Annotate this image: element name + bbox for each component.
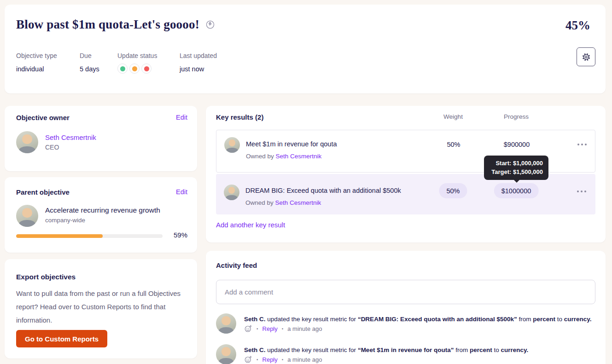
progress-tooltip: Start: $1,000,000 Target: $1,500,000	[484, 156, 548, 180]
key-result-progress[interactable]: $900000	[504, 141, 530, 148]
owned-by-prefix: Owned by	[245, 199, 274, 206]
activity-actions: • Reply • a minute ago	[244, 324, 322, 333]
tooltip-start: Start: $1,000,000	[489, 159, 543, 168]
bullet-separator: •	[282, 326, 284, 331]
owner-row: Seth Cesmertnik CEO	[16, 131, 96, 153]
tooltip-target: Target: $1,500,000	[489, 168, 543, 176]
parent-objective-name[interactable]: Accelerate recurring revenue growth	[45, 206, 160, 214]
meta-value: just now	[180, 65, 217, 73]
smiley-plus-icon	[244, 355, 252, 364]
edit-owner-link[interactable]: Edit	[176, 114, 187, 121]
actor-name: Seth C.	[244, 316, 266, 323]
activity-actions: • Reply • a minute ago	[244, 355, 322, 364]
parent-objective-row: Accelerate recurring revenue growth comp…	[16, 205, 160, 227]
bullet-separator: •	[256, 357, 258, 362]
key-results-title: Key results (2)	[216, 113, 263, 121]
activity-verb: updated the key result metric for	[266, 347, 358, 353]
meta-update-status: Update status	[117, 52, 180, 74]
owner-name-link[interactable]: Seth Cesmertnik	[45, 133, 96, 141]
meta-due: Due 5 days	[80, 52, 117, 74]
activity-to-value: currency.	[564, 316, 592, 323]
parent-objective-info: Accelerate recurring revenue growth comp…	[45, 205, 160, 227]
key-result-owned-by: Owned by Seth Cesmertnik	[246, 153, 321, 160]
objective-progress-percent: 45%	[565, 18, 590, 33]
settings-button[interactable]	[577, 47, 595, 66]
key-result-progress-pill[interactable]: $1000000	[494, 183, 539, 198]
comment-input[interactable]	[216, 280, 595, 304]
go-to-custom-reports-button[interactable]: Go to Custom Reports	[16, 330, 107, 347]
activity-from-value: percent	[533, 316, 555, 323]
owner-card-title: Objective owner	[16, 114, 70, 121]
export-objectives-card: Export objectives Want to pull data from…	[5, 259, 197, 358]
owned-by-prefix: Owned by	[246, 153, 274, 160]
row-menu-button[interactable]	[577, 144, 587, 145]
activity-feed-title: Activity feed	[216, 261, 257, 269]
progress-column-header: Progress	[504, 113, 529, 120]
activity-feed-card: Activity feed Seth C. updated the key re…	[206, 251, 606, 364]
activity-from-value: percent	[470, 347, 492, 353]
meta-value: individual	[16, 65, 80, 73]
avatar	[16, 205, 38, 227]
activity-text: Seth C. updated the key result metric fo…	[244, 315, 594, 323]
activity-to-value: currency.	[501, 347, 528, 353]
page-title: Blow past $1m quota-Let's goooo!	[16, 17, 199, 32]
key-result-title: Meet $1m in revenue for qouta	[246, 140, 337, 148]
add-key-result-link[interactable]: Add another key result	[216, 221, 285, 229]
key-result-owner-link[interactable]: Seth Cesmertnik	[276, 153, 322, 160]
objective-owner-card: Objective owner Edit Seth Cesmertnik CEO	[5, 106, 197, 171]
parent-progress-percent: 59%	[174, 231, 187, 239]
smiley-plus-icon	[244, 324, 252, 333]
meta-label: Due	[80, 52, 117, 59]
avatar	[224, 137, 240, 153]
status-on-track-button[interactable]	[117, 64, 128, 74]
actor-name: Seth C.	[244, 347, 266, 353]
meta-label: Update status	[117, 52, 180, 59]
objective-meta-row: Objective type individual Due 5 days Upd…	[16, 52, 217, 74]
activity-target: “Meet $1m in revenue for qouta”	[358, 347, 454, 353]
bullet-separator: •	[256, 326, 258, 331]
owner-info: Seth Cesmertnik CEO	[45, 131, 96, 153]
timestamp: a minute ago	[287, 325, 322, 332]
parent-objective-scope: company-wide	[45, 217, 160, 224]
status-dots	[117, 64, 180, 74]
export-card-body: Want to pull data from the past or run a…	[16, 287, 187, 327]
meta-label: Last updated	[180, 52, 217, 59]
parent-progress-fill	[16, 234, 103, 238]
parent-card-title: Parent objective	[16, 188, 70, 196]
status-behind-button[interactable]	[129, 64, 140, 74]
weight-column-header: Weight	[443, 113, 463, 120]
red-dot-icon	[144, 66, 149, 71]
edit-parent-link[interactable]: Edit	[176, 188, 187, 196]
key-result-owner-link[interactable]: Seth Cesmertnik	[275, 199, 321, 206]
add-reaction-button[interactable]	[244, 324, 252, 333]
parent-objective-card: Parent objective Edit Accelerate recurri…	[5, 177, 197, 253]
reply-link[interactable]: Reply	[262, 325, 278, 332]
parent-progress-bar	[16, 234, 163, 238]
activity-conn: from	[517, 316, 533, 323]
reply-link[interactable]: Reply	[262, 356, 278, 363]
bullet-separator: •	[282, 357, 284, 362]
activity-conn: to	[492, 347, 501, 353]
key-result-row[interactable]: DREAM BIG: Exceed quota with an addition…	[216, 174, 595, 214]
activity-conn: from	[454, 347, 470, 353]
activity-conn: to	[555, 316, 564, 323]
avatar	[16, 131, 38, 153]
key-result-weight: 50%	[447, 141, 460, 148]
meta-label: Objective type	[16, 52, 80, 59]
avatar	[216, 313, 236, 334]
activity-text: Seth C. updated the key result metric fo…	[244, 346, 594, 354]
key-result-weight-pill[interactable]: 50%	[439, 183, 467, 198]
meta-value: 5 days	[80, 65, 117, 73]
add-reaction-button[interactable]	[244, 355, 252, 364]
activity-target: “DREAM BIG: Exceed quota with an additio…	[358, 316, 517, 323]
status-at-risk-button[interactable]	[141, 64, 152, 74]
row-menu-button[interactable]	[577, 191, 586, 192]
key-results-card: Key results (2) Weight Progress Meet $1m…	[206, 106, 606, 243]
avatar	[224, 185, 239, 200]
globe-icon	[205, 20, 215, 29]
key-result-owned-by: Owned by Seth Cesmertnik	[245, 199, 321, 206]
key-result-title: DREAM BIG: Exceed quota with an addition…	[245, 187, 401, 194]
owner-role: CEO	[45, 144, 96, 151]
objective-header-card: Blow past $1m quota-Let's goooo! 45% Obj…	[5, 5, 606, 93]
activity-verb: updated the key result metric for	[266, 316, 358, 323]
